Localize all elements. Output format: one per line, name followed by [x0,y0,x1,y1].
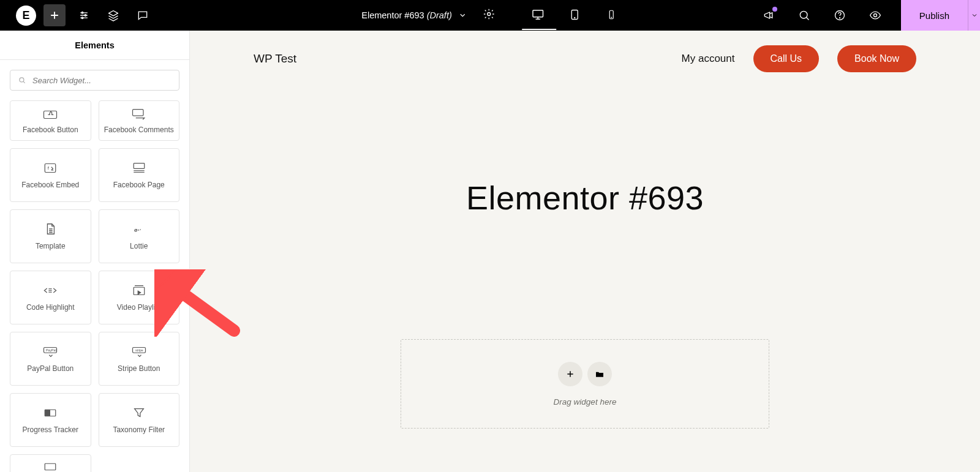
search-input[interactable] [32,76,172,85]
widget-facebook-comments[interactable]: Facebook Comments [99,100,180,141]
dropzone-buttons [558,362,612,386]
widget-video-playlist[interactable]: Video Playlist [99,271,180,324]
widgets-list[interactable]: Facebook Button Facebook Comments f Face… [0,100,189,472]
widget-partial[interactable] [10,454,91,472]
site-title[interactable]: WP Test [254,52,296,66]
widget-search[interactable] [10,70,179,91]
elementor-logo[interactable]: E [16,6,36,26]
sidebar-title: Elements [0,31,189,60]
topbar-right-group: Publish [744,0,980,31]
widget-paypal-button[interactable]: PayPal PayPal Button [10,332,91,386]
comments-icon [130,107,148,121]
nav-my-account[interactable]: My account [682,53,735,65]
chat-icon [137,9,149,21]
add-element-button[interactable] [43,4,66,26]
help-icon [834,9,846,21]
publish-options-button[interactable] [968,0,980,31]
add-section-dropzone[interactable]: Drag widget here [401,339,769,429]
page-settings-button[interactable] [475,8,495,23]
search-wrap [0,60,189,100]
document-switcher[interactable]: Elementor #693 (Draft) [361,10,467,20]
workspace: Elements Facebook Button Facebook Commen… [0,31,980,472]
svg-text:stripe: stripe [135,348,143,351]
stripe-icon: stripe [130,345,148,358]
page-heading[interactable]: Elementor #693 [190,179,980,217]
notification-dot [772,7,777,12]
widget-label: Video Playlist [117,303,161,312]
dropzone-hint: Drag widget here [554,397,617,406]
svg-rect-4 [533,10,543,17]
folder-icon [595,369,605,379]
book-now-button[interactable]: Book Now [837,45,916,72]
svg-point-3 [487,13,490,16]
widget-taxonomy-filter[interactable]: Taxonomy Filter [99,393,180,447]
help-button[interactable] [829,4,851,26]
finder-button[interactable] [793,4,815,26]
plus-icon [48,9,61,21]
code-icon [42,283,59,297]
svg-rect-15 [132,109,143,116]
svg-text:f: f [48,165,50,171]
call-us-button[interactable]: Call Us [753,45,820,72]
widget-stripe-button[interactable]: stripe Stripe Button [99,332,180,386]
add-template-button[interactable] [587,362,612,386]
widget-code-highlight[interactable]: Code Highlight [10,271,91,324]
svg-rect-18 [134,163,145,168]
svg-point-11 [839,18,840,18]
widget-label: Taxonomy Filter [113,425,165,434]
add-section-button[interactable] [558,362,582,386]
chevron-down-icon [458,11,467,20]
device-desktop[interactable] [530,8,545,23]
widget-label: Lottie [130,242,148,250]
svg-text:PayPal: PayPal [46,348,56,351]
page-icon [130,161,148,174]
preview-button[interactable] [864,4,886,26]
widget-label: Stripe Button [118,364,160,373]
thumbs-up-icon [42,107,59,121]
sliders-icon [78,9,90,21]
elements-sidebar: Elements Facebook Button Facebook Commen… [0,31,190,472]
device-mobile[interactable] [604,8,619,23]
site-nav: My account Call Us Book Now [682,45,916,72]
publish-label: Publish [919,10,949,21]
eye-icon [869,9,881,21]
svg-rect-27 [45,463,56,470]
generic-icon [42,460,59,472]
document-title: Elementor #693 (Draft) [361,10,452,20]
chevron-down-icon [971,12,978,19]
document-icon [42,222,59,236]
widget-progress-tracker[interactable]: Progress Tracker [10,393,91,447]
widget-facebook-button[interactable]: Facebook Button [10,100,91,141]
topbar-center-group: Elementor #693 (Draft) [361,0,619,31]
gear-icon [483,8,495,20]
widget-facebook-embed[interactable]: f Facebook Embed [10,148,91,202]
search-icon [798,9,810,21]
site-header: WP Test My account Call Us Book Now [190,31,980,87]
paypal-icon: PayPal [42,345,59,358]
widget-facebook-page[interactable]: Facebook Page [99,148,180,202]
widget-lottie[interactable]: Lottie [99,209,180,263]
svg-rect-26 [45,410,51,416]
embed-icon: f [42,161,59,174]
svg-point-6 [574,18,575,18]
svg-point-19 [135,229,137,231]
editor-canvas[interactable]: WP Test My account Call Us Book Now Elem… [190,31,980,472]
device-tablet[interactable] [567,8,582,23]
lottie-icon [130,222,148,236]
svg-point-12 [873,14,876,17]
comments-button[interactable] [132,4,154,26]
widget-label: Facebook Comments [104,125,174,134]
publish-button[interactable]: Publish [901,0,968,31]
widget-label: PayPal Button [27,364,74,373]
device-active-indicator [522,29,556,30]
svg-point-13 [20,78,24,82]
structure-button[interactable] [102,4,124,26]
widget-label: Facebook Button [23,125,78,134]
svg-point-9 [800,11,807,18]
top-bar: E Elementor #693 (Draft) [0,0,980,31]
progress-icon [42,406,59,419]
widget-template[interactable]: Template [10,209,91,263]
playlist-icon [130,283,148,297]
site-settings-button[interactable] [73,4,95,26]
svg-point-8 [611,17,611,18]
